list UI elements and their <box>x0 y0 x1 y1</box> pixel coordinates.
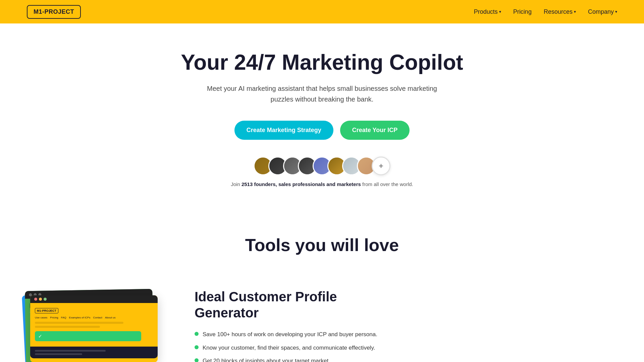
nav-resources[interactable]: Resources ▾ <box>544 8 576 15</box>
nav-products[interactable]: Products ▾ <box>474 8 501 15</box>
hero-subtitle: Meet your AI marketing assistant that he… <box>205 83 439 105</box>
feature-item: Know your customer, find their spaces, a… <box>195 344 617 352</box>
nav-company[interactable]: Company ▾ <box>588 8 617 15</box>
icp-tool-image: M1-PROJECT Use casesPricingFAQExamples o… <box>27 289 168 362</box>
tools-title: Tools you will love <box>27 235 617 255</box>
hero-section: Your 24/7 Marketing Copilot Meet your AI… <box>0 23 644 208</box>
create-marketing-strategy-button[interactable]: Create Marketing Strategy <box>234 121 333 140</box>
feature-item: Get 20 blocks of insights about your tar… <box>195 357 617 362</box>
icp-tool-content: Ideal Customer Profile Generator Save 10… <box>195 282 617 362</box>
nav-pricing[interactable]: Pricing <box>513 8 532 15</box>
feature-item: Save 100+ hours of work on developing yo… <box>195 330 617 339</box>
feature-dot-icon <box>195 332 199 336</box>
navbar: M1-PROJECT Products ▾ Pricing Resources … <box>0 0 644 23</box>
avatar-plus: + <box>372 157 390 175</box>
chevron-down-icon: ▾ <box>615 9 617 14</box>
chevron-down-icon: ▾ <box>574 9 576 14</box>
create-icp-button[interactable]: Create Your ICP <box>340 121 410 140</box>
tools-section: Tools you will love M1-PROJECT Use cases… <box>0 208 644 362</box>
join-text: Join 2513 founders, sales professionals … <box>231 181 413 188</box>
feature-dot-icon <box>195 345 199 349</box>
logo-button[interactable]: M1-PROJECT <box>27 5 81 19</box>
cta-buttons: Create Marketing Strategy Create Your IC… <box>234 121 410 140</box>
hero-title: Your 24/7 Marketing Copilot <box>181 50 463 75</box>
feature-dot-icon <box>195 358 199 362</box>
nav-links: Products ▾ Pricing Resources ▾ Company ▾ <box>474 8 617 15</box>
icp-feature-list: Save 100+ hours of work on developing yo… <box>195 330 617 362</box>
social-proof: + Join 2513 founders, sales professional… <box>231 157 413 188</box>
avatars-row: + <box>254 157 390 175</box>
icp-tool-row: M1-PROJECT Use casesPricingFAQExamples o… <box>27 282 617 362</box>
chevron-down-icon: ▾ <box>499 9 501 14</box>
icp-tool-title: Ideal Customer Profile Generator <box>195 289 617 321</box>
